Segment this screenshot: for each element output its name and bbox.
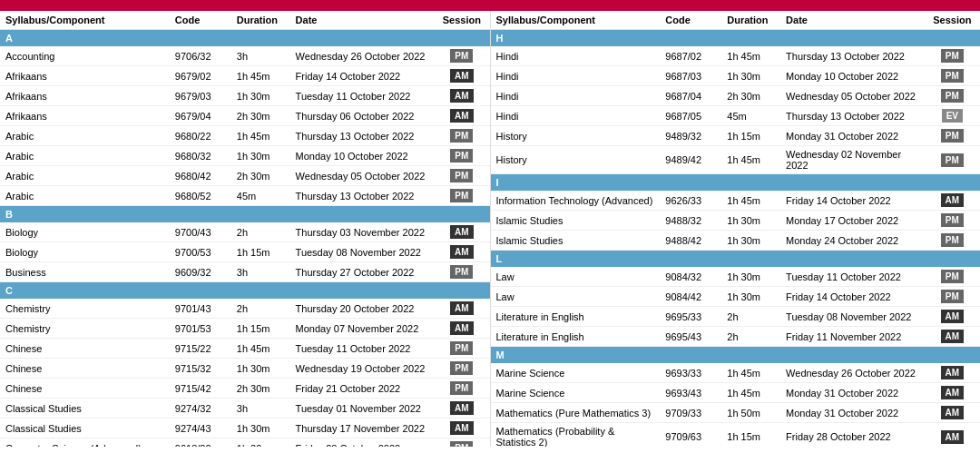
duration-cell: 1h 30m (231, 359, 290, 379)
session-badge: PM (450, 341, 473, 355)
table-row: Afrikaans 9679/03 1h 30m Tuesday 11 Octo… (0, 86, 490, 106)
session-badge: AM (941, 366, 965, 379)
session-badge: PM (450, 169, 473, 182)
session-cell: AM (925, 403, 980, 423)
session-badge: PM (941, 153, 964, 167)
session-cell: AM (925, 363, 980, 383)
date-cell: Tuesday 11 October 2022 (780, 267, 925, 287)
syllabus-cell: Computer Science (Advanced) (0, 438, 170, 448)
date-cell: Monday 31 October 2022 (780, 126, 925, 146)
session-cell: AM (434, 419, 489, 438)
date-cell: Monday 17 October 2022 (780, 211, 925, 231)
date-cell: Thursday 20 October 2022 (290, 299, 435, 319)
session-cell: PM (434, 438, 489, 448)
session-badge: AM (450, 301, 474, 315)
session-cell: PM (925, 66, 980, 86)
syllabus-cell: Hindi (491, 46, 661, 66)
duration-cell: 1h 45m (721, 363, 780, 383)
syllabus-cell: Chinese (0, 339, 170, 359)
table-row: Literature in English 9695/33 2h Tuesday… (491, 307, 981, 327)
right-panel: Syllabus/Component Code Duration Date Se… (491, 11, 981, 447)
table-row: Marine Science 9693/43 1h 45m Monday 31 … (491, 383, 981, 403)
session-badge: PM (941, 49, 964, 63)
syllabus-cell: Literature in English (491, 307, 661, 327)
session-badge: PM (450, 149, 473, 163)
table-row: Hindi 9687/03 1h 30m Monday 10 October 2… (491, 66, 981, 86)
session-badge: AM (941, 330, 965, 343)
table-row: Computer Science (Advanced) 9618/32 1h 3… (0, 438, 490, 448)
code-cell: 9687/02 (660, 46, 721, 66)
date-cell: Monday 10 October 2022 (780, 66, 925, 86)
session-cell: AM (434, 399, 489, 419)
date-cell: Monday 31 October 2022 (780, 403, 925, 423)
code-cell: 9701/43 (170, 299, 231, 319)
date-cell: Wednesday 26 October 2022 (290, 46, 435, 66)
table-row: Hindi 9687/04 2h 30m Wednesday 05 Octobe… (491, 86, 981, 106)
table-row: Law 9084/42 1h 30m Friday 14 October 202… (491, 287, 981, 307)
duration-cell: 1h 15m (721, 423, 780, 448)
session-cell: PM (434, 379, 489, 399)
date-cell: Thursday 17 November 2022 (290, 419, 435, 438)
session-badge: AM (450, 401, 474, 415)
session-cell: EV (925, 106, 980, 126)
date-cell: Tuesday 08 November 2022 (780, 307, 925, 327)
syllabus-cell: Classical Studies (0, 399, 170, 419)
syllabus-cell: Marine Science (491, 383, 661, 403)
table-row: Law 9084/32 1h 30m Tuesday 11 October 20… (491, 267, 981, 287)
syllabus-cell: Biology (0, 222, 170, 242)
left-col-syllabus: Syllabus/Component (0, 11, 170, 30)
date-cell: Thursday 13 October 2022 (780, 46, 925, 66)
table-row: Hindi 9687/05 45m Thursday 13 October 20… (491, 106, 981, 126)
duration-cell: 2h 30m (721, 86, 780, 106)
right-col-duration: Duration (721, 11, 780, 30)
right-column-headers: Syllabus/Component Code Duration Date Se… (491, 11, 981, 30)
session-cell: PM (925, 126, 980, 146)
code-cell: 9609/32 (170, 262, 231, 282)
code-cell: 9680/32 (170, 146, 231, 166)
session-cell: AM (925, 423, 980, 448)
code-cell: 9488/42 (660, 231, 721, 251)
session-cell: PM (925, 46, 980, 66)
section-header: C (0, 282, 490, 300)
duration-cell: 1h 15m (721, 126, 780, 146)
code-cell: 9679/02 (170, 66, 231, 86)
table-row: Classical Studies 9274/43 1h 30m Thursda… (0, 419, 490, 438)
table-row: Hindi 9687/02 1h 45m Thursday 13 October… (491, 46, 981, 66)
duration-cell: 1h 45m (721, 383, 780, 403)
date-cell: Friday 14 October 2022 (780, 287, 925, 307)
duration-cell: 1h 15m (231, 242, 290, 262)
date-cell: Monday 07 November 2022 (290, 319, 435, 339)
code-cell: 9706/32 (170, 46, 231, 66)
session-badge: EV (942, 109, 963, 123)
duration-cell: 1h 30m (231, 146, 290, 166)
duration-cell: 1h 30m (721, 66, 780, 86)
table-row: Arabic 9680/32 1h 30m Monday 10 October … (0, 146, 490, 166)
syllabus-cell: Arabic (0, 166, 170, 186)
code-cell: 9680/42 (170, 166, 231, 186)
code-cell: 9680/22 (170, 126, 231, 146)
date-cell: Monday 10 October 2022 (290, 146, 435, 166)
code-cell: 9701/53 (170, 319, 231, 339)
code-cell: 9687/04 (660, 86, 721, 106)
code-cell: 9693/43 (660, 383, 721, 403)
session-badge: AM (941, 193, 965, 207)
session-badge: PM (450, 189, 473, 202)
session-badge: AM (941, 310, 965, 323)
date-cell: Friday 28 October 2022 (290, 438, 435, 448)
session-badge: PM (450, 49, 473, 63)
right-col-syllabus: Syllabus/Component (491, 11, 661, 30)
session-cell: PM (925, 231, 980, 251)
code-cell: 9680/52 (170, 186, 231, 206)
left-column-headers: Syllabus/Component Code Duration Date Se… (0, 11, 490, 30)
table-row: Arabic 9680/22 1h 45m Thursday 13 Octobe… (0, 126, 490, 146)
syllabus-cell: Law (491, 287, 661, 307)
session-cell: AM (434, 319, 489, 339)
duration-cell: 2h (721, 327, 780, 347)
section-header: H (491, 30, 981, 47)
code-cell: 9679/04 (170, 106, 231, 126)
duration-cell: 2h 30m (231, 166, 290, 186)
table-row: Classical Studies 9274/32 3h Tuesday 01 … (0, 399, 490, 419)
date-cell: Monday 24 October 2022 (780, 231, 925, 251)
syllabus-cell: Information Technology (Advanced) (491, 191, 661, 211)
table-row: History 9489/42 1h 45m Wednesday 02 Nove… (491, 146, 981, 174)
